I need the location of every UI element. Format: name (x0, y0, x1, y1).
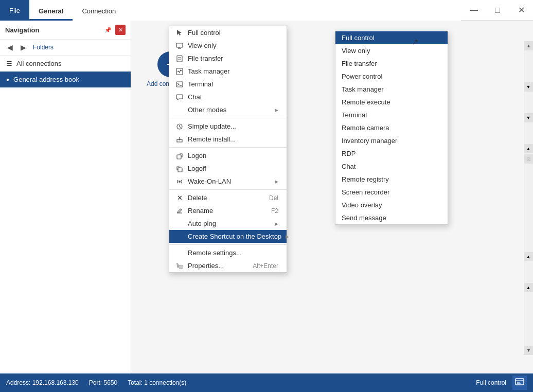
submenu-item-video-overlay[interactable]: Video overlay (335, 199, 448, 211)
rename-icon (175, 207, 184, 215)
svg-point-15 (179, 181, 181, 183)
submenu-item-remote-camera[interactable]: Remote camera (335, 121, 448, 134)
submenu-item-file-transfer[interactable]: File transfer (335, 57, 448, 70)
submenu-item-terminal[interactable]: Terminal (335, 109, 448, 121)
connection-tab[interactable]: Connection (73, 3, 125, 21)
menu-item-logon[interactable]: Logon (169, 149, 287, 162)
menu-item-terminal[interactable]: Terminal (169, 78, 287, 91)
status-port: Port: 5650 (89, 379, 117, 386)
status-app-icon[interactable] (512, 376, 527, 390)
all-connections-item[interactable]: ☰ All connections (0, 56, 131, 72)
menu-item-auto-ping[interactable]: Auto ping (169, 217, 287, 230)
scroll-up-button[interactable]: ▲ (524, 41, 534, 50)
minimize-button[interactable]: — (462, 0, 486, 21)
sidebar-header: Navigation 📌 ✕ (0, 21, 131, 40)
menu-item-properties[interactable]: Properties... Alt+Enter (169, 259, 287, 272)
back-button[interactable]: ◀ (4, 42, 15, 53)
close-sidebar-button[interactable]: ✕ (115, 25, 126, 35)
submenu-item-screen-recorder[interactable]: Screen recorder (335, 186, 448, 199)
sidebar-icon-group: 📌 ✕ (103, 25, 126, 35)
secondary-context-menu: Full control View only File transfer Pow… (335, 31, 448, 225)
svg-marker-1 (177, 30, 182, 35)
status-right: Full control (476, 376, 527, 390)
scroll-section-btn-3[interactable]: ⊡ (524, 154, 533, 164)
status-mode: Full control (476, 379, 506, 386)
separator-3 (169, 189, 287, 190)
separator-2 (169, 147, 287, 148)
address-book-item[interactable]: ● General address book (0, 72, 131, 87)
menu-item-remote-install[interactable]: Remote install... (169, 133, 287, 146)
menu-item-logoff[interactable]: Logoff (169, 162, 287, 175)
menu-item-create-shortcut[interactable]: Create Shortcut on the Desktop (169, 230, 287, 243)
scroll-up-4[interactable]: ▲ (524, 283, 533, 292)
install-icon (175, 136, 184, 143)
menu-item-view-only[interactable]: View only (169, 39, 287, 52)
primary-context-menu: Full control View only File transfer Tas… (169, 26, 287, 273)
submenu-item-view-only[interactable]: View only (335, 44, 448, 57)
submenu-item-full-control[interactable]: Full control (335, 31, 448, 44)
logoff-icon (175, 165, 184, 172)
status-bar: Address: 192.168.163.130 Port: 5650 Tota… (0, 373, 533, 392)
svg-rect-2 (176, 43, 183, 47)
update-icon (175, 123, 184, 130)
window-controls: — □ ✕ (462, 0, 533, 21)
submenu-item-remote-registry[interactable]: Remote registry (335, 173, 448, 186)
scroll-section-btn-2[interactable]: ▼ (524, 113, 533, 122)
menu-item-rename[interactable]: Rename F2 (169, 204, 287, 217)
wol-icon (175, 178, 184, 185)
forward-button[interactable]: ▶ (17, 42, 29, 53)
general-tab[interactable]: General (29, 3, 73, 21)
scroll-up-2[interactable]: ▲ (524, 144, 533, 153)
tab-bar: File General Connection (0, 0, 461, 21)
maximize-button[interactable]: □ (486, 0, 509, 21)
cursor-icon (175, 29, 184, 37)
submenu-item-chat[interactable]: Chat (335, 160, 448, 173)
scroll-section-btn-1[interactable]: ▼ (524, 82, 533, 92)
task-icon (175, 68, 184, 75)
menu-item-task-manager[interactable]: Task manager (169, 65, 287, 78)
close-button[interactable]: ✕ (509, 0, 533, 21)
submenu-item-task-manager[interactable]: Task manager (335, 83, 448, 96)
sidebar: Navigation 📌 ✕ ◀ ▶ Folders ☰ All connect… (0, 21, 131, 373)
menu-item-simple-update[interactable]: Simple update... (169, 120, 287, 133)
logon-icon (175, 152, 184, 159)
menu-item-other-modes[interactable]: Other modes (169, 103, 287, 116)
svg-rect-23 (516, 379, 524, 385)
menu-item-delete[interactable]: ✕ Delete Del (169, 191, 287, 204)
file-icon (175, 55, 184, 62)
menu-item-remote-settings[interactable]: Remote settings... (169, 246, 287, 259)
svg-point-17 (177, 265, 179, 266)
pin-icon[interactable]: 📌 (103, 25, 113, 35)
submenu-item-send-message[interactable]: Send message (335, 211, 448, 224)
properties-icon (175, 262, 184, 270)
delete-icon: ✕ (175, 194, 184, 202)
menu-item-file-transfer[interactable]: File transfer (169, 52, 287, 65)
menu-item-full-control[interactable]: Full control (169, 26, 287, 39)
file-tab[interactable]: File (0, 0, 29, 21)
menu-item-wake-on-lan[interactable]: Wake-On-LAN (169, 175, 287, 188)
terminal-icon (175, 81, 184, 88)
all-connections-label: All connections (16, 60, 61, 67)
svg-rect-5 (177, 56, 182, 62)
folders-label[interactable]: Folders (33, 44, 54, 51)
sidebar-title: Navigation (5, 26, 39, 34)
scroll-down-button[interactable]: ▼ (524, 346, 534, 355)
status-address: Address: 192.168.163.130 (6, 379, 79, 386)
separator-4 (169, 244, 287, 245)
menu-item-chat[interactable]: Chat (169, 91, 287, 103)
submenu-item-rdp[interactable]: RDP (335, 147, 448, 160)
submenu-item-power-control[interactable]: Power control (335, 70, 448, 83)
submenu-item-remote-execute[interactable]: Remote execute (335, 96, 448, 109)
separator-1 (169, 118, 287, 118)
nav-button-row: ◀ ▶ Folders (0, 40, 131, 56)
address-book-label: General address book (13, 76, 79, 83)
chat-icon (175, 94, 184, 101)
submenu-item-inventory-manager[interactable]: Inventory manager (335, 134, 448, 147)
scroll-up-3[interactable]: ▲ (524, 252, 533, 261)
screen-icon (175, 42, 184, 49)
svg-rect-14 (178, 168, 182, 172)
dot-icon: ● (6, 77, 9, 82)
status-total: Total: 1 connection(s) (128, 379, 186, 386)
svg-rect-13 (177, 155, 181, 159)
svg-rect-8 (176, 68, 183, 75)
